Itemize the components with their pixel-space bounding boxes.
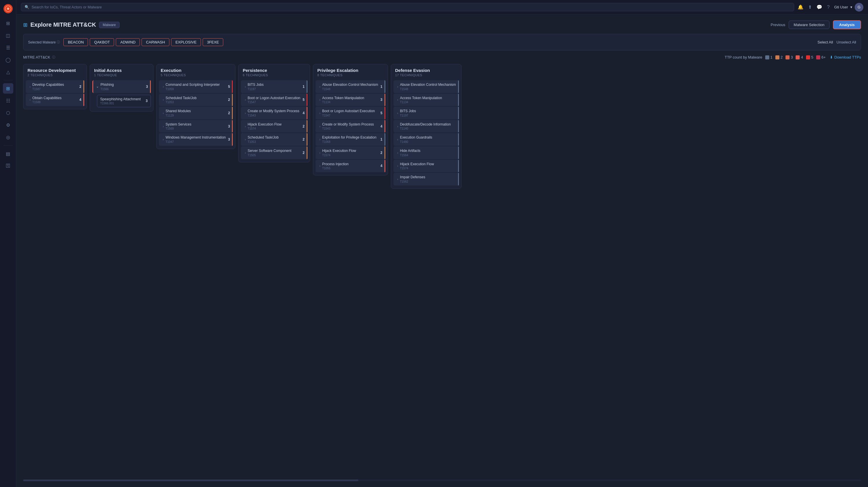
sidebar-item-keys[interactable]: ⚿	[3, 161, 13, 171]
malware-selection-button[interactable]: Malware Selection	[789, 21, 829, 29]
app-logo[interactable]	[3, 3, 13, 14]
search-box[interactable]: 🔍 Search for IoCs, Threat Actors or Malw…	[21, 3, 794, 11]
technique-name: Boot or Logon Autostart Execution	[248, 96, 300, 101]
technique-hijack-exec-def[interactable]: › Hijack Execution Flow T1574	[394, 160, 459, 172]
chat-icon[interactable]: 💬	[816, 4, 822, 10]
download-ttps-button[interactable]: ⬇ Download TTPs	[830, 55, 861, 59]
technique-count: 4	[380, 124, 382, 128]
technique-boot-logon-pers[interactable]: › Boot or Logon Autostart Execution T154…	[241, 94, 307, 106]
technique-hijack-exec-pers[interactable]: › Hijack Execution Flow T1574 2	[241, 120, 307, 133]
technique-scheduled-task-pers[interactable]: › Scheduled Task/Job T1053 2	[241, 133, 307, 146]
column-header-resource-dev: Resource Development 2 TECHNIQUES	[24, 64, 87, 79]
sidebar-item-logs[interactable]: ▤	[3, 148, 13, 159]
malware-chip-3fexe[interactable]: 3FEXE	[203, 38, 223, 46]
select-all-button[interactable]: Select All	[817, 40, 833, 45]
help-icon[interactable]: ?	[827, 5, 830, 10]
sub-technique-spearphishing[interactable]: Spearphishing Attachment T1566.001 3	[97, 95, 151, 108]
sidebar-item-reports[interactable]: ☷	[3, 95, 13, 106]
upload-icon[interactable]: ⬆	[808, 4, 812, 10]
technique-bits-jobs-pers[interactable]: › BITS Jobs T1197 1	[241, 80, 307, 93]
technique-obtain-capabilities[interactable]: › Obtain Capabilities T1588 4	[26, 94, 84, 106]
malware-chip-qakbot[interactable]: QAKBOT	[90, 38, 114, 46]
technique-count: 4	[380, 164, 382, 168]
technique-exploitation-priv[interactable]: › Exploitation for Privilege Escalation …	[316, 133, 385, 146]
chevron-icon: ›	[397, 164, 398, 168]
sidebar-item-dashboard[interactable]: ◫	[3, 30, 13, 40]
technique-exec-guardrails-def[interactable]: › Execution Guardrails T1480	[394, 133, 459, 146]
user-menu[interactable]: Gti User ▾ G	[834, 3, 863, 11]
technique-name: System Services	[165, 122, 226, 127]
malware-chip-explosive[interactable]: EXPLOSIVE	[171, 38, 201, 46]
page-icon: ⊞	[23, 22, 28, 28]
technique-info: Access Token Manipulation T1134	[400, 96, 456, 104]
technique-info: Abuse Elevation Control Mechanism T1548	[400, 83, 456, 91]
technique-create-modify-pers[interactable]: › Create or Modify System Process T1543 …	[241, 107, 307, 119]
unselect-all-button[interactable]: Unselect All	[836, 40, 856, 45]
technique-abuse-elevation-def[interactable]: › Abuse Elevation Control Mechanism T154…	[394, 80, 459, 93]
technique-name: Abuse Elevation Control Mechanism	[400, 83, 456, 87]
previous-button[interactable]: Previous	[771, 23, 785, 27]
technique-bits-jobs-def[interactable]: › BITS Jobs T1197	[394, 107, 459, 119]
count-bar	[307, 133, 308, 146]
chevron-icon: ›	[245, 85, 246, 88]
chevron-icon: ›	[163, 85, 164, 88]
technique-id: T1566	[100, 88, 144, 91]
chevron-icon: ›	[245, 125, 246, 128]
mode-badge[interactable]: Malware	[99, 22, 120, 28]
technique-wmi[interactable]: › Windows Management Instrumentation T10…	[159, 133, 233, 146]
malware-chip-carwash[interactable]: CARWASH	[142, 38, 169, 46]
count-bar	[458, 160, 459, 172]
sidebar-item-home[interactable]: ⊞	[3, 18, 13, 28]
sidebar-item-actors[interactable]: ☰	[3, 42, 13, 53]
technique-develop-capabilities[interactable]: › Develop Capabilities T1587 2	[26, 80, 84, 93]
sidebar-item-users[interactable]: ◎	[3, 132, 13, 142]
technique-info: BITS Jobs T1197	[400, 109, 456, 117]
sidebar-item-settings[interactable]: ⚙	[3, 120, 13, 130]
technique-access-token-def[interactable]: › Access Token Manipulation T1134	[394, 94, 459, 106]
technique-access-token-priv[interactable]: › Access Token Manipulation T1134 3	[316, 94, 385, 106]
sidebar-item-network[interactable]: ⬡	[3, 108, 13, 118]
technique-info: Create or Modify System Process T1543	[322, 122, 378, 131]
sidebar-divider	[3, 80, 13, 80]
technique-list-defense-evasion: › Abuse Elevation Control Mechanism T154…	[391, 79, 461, 189]
bell-icon[interactable]: 🔔	[798, 4, 803, 10]
malware-chip-adwind[interactable]: ADWIND	[116, 38, 140, 46]
malware-chip-beacon[interactable]: BEACON	[63, 38, 88, 46]
technique-scheduled-task-exec[interactable]: › Scheduled Task/Job T1053 2	[159, 94, 233, 106]
technique-hijack-exec-priv[interactable]: › Hijack Execution Flow T1574 2	[316, 146, 385, 159]
technique-id: T1197	[248, 88, 300, 91]
count-bar	[307, 80, 308, 93]
count-bar	[232, 94, 233, 106]
analysis-button[interactable]: Analysis	[833, 20, 861, 29]
technique-phishing[interactable]: ⌄ Phishing T1566 3	[92, 80, 151, 93]
technique-count: 2	[228, 98, 230, 102]
chevron-icon: ›	[163, 98, 164, 102]
count-bar	[384, 94, 385, 106]
sub-technique-name: Spearphishing Attachment	[100, 97, 143, 102]
technique-name: Hide Artifacts	[400, 149, 456, 153]
technique-name: Access Token Manipulation	[322, 96, 378, 101]
technique-abuse-elevation-priv[interactable]: › Abuse Elevation Control Mechanism T154…	[316, 80, 385, 93]
technique-hide-artifacts-def[interactable]: › Hide Artifacts T1564	[394, 146, 459, 159]
technique-deobfuscate-def[interactable]: › Deobfuscate/Decode Information T1140	[394, 120, 459, 133]
count-bar	[307, 146, 308, 159]
sidebar-item-intel[interactable]: ◯	[3, 55, 13, 65]
technique-create-modify-priv[interactable]: › Create or Modify System Process T1543 …	[316, 120, 385, 133]
technique-count: 1	[380, 85, 382, 89]
sidebar-item-alerts[interactable]: △	[3, 67, 13, 77]
technique-server-software[interactable]: › Server Software Component T1505 2	[241, 146, 307, 159]
count-bar	[307, 120, 308, 133]
technique-impair-defenses-def[interactable]: › Impair Defenses T1562	[394, 173, 459, 185]
sidebar-item-explore[interactable]: ⊞	[3, 83, 13, 94]
technique-id: T1505	[248, 154, 300, 157]
column-persistence: Persistence 6 TECHNIQUES › BITS Jobs T11…	[238, 64, 310, 162]
technique-shared-modules[interactable]: › Shared Modules T1129 2	[159, 107, 233, 119]
chevron-icon: ›	[319, 98, 320, 102]
technique-boot-logon-priv[interactable]: › Boot or Logon Autostart Execution T154…	[316, 107, 385, 119]
technique-command-scripting[interactable]: › Command and Scripting Interpreter T105…	[159, 80, 233, 93]
chevron-icon: ›	[245, 151, 246, 154]
technique-process-injection-priv[interactable]: › Process Injection T1055 4	[316, 160, 385, 172]
column-title-execution: Execution	[161, 68, 231, 73]
horizontal-scrollbar[interactable]	[23, 480, 861, 481]
technique-system-services[interactable]: › System Services T1569 3	[159, 120, 233, 133]
